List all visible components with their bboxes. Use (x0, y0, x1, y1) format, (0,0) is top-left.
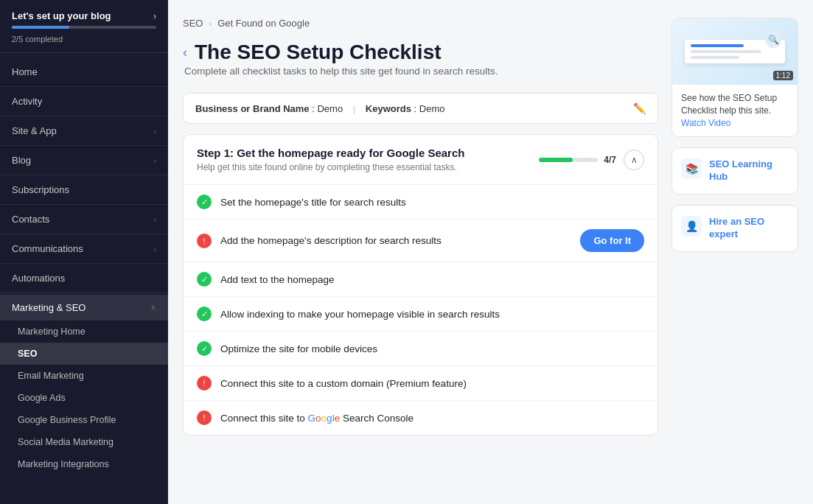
main-content: SEO › Get Found on Google ‹ The SEO Setu… (168, 0, 813, 504)
task-item-5: ✓ Optimize the site for mobile devices (184, 332, 657, 366)
error-icon-3: ! (197, 410, 212, 425)
task-item-2: ! Add the homepage's description for sea… (184, 220, 657, 262)
search-icon: 🔍 (765, 32, 781, 48)
nav-divider-5 (0, 204, 168, 205)
task-label-3: Add text to the homepage (220, 274, 335, 285)
collapse-button[interactable]: ∧ (624, 150, 644, 170)
person-icon: 👤 (681, 216, 702, 237)
sidebar-item-automations[interactable]: Automations (0, 265, 168, 291)
task-left-3: ✓ Add text to the homepage (197, 272, 335, 287)
keywords-value: Demo (419, 103, 445, 114)
task-left-4: ✓ Allow indexing to make your homepage v… (197, 307, 500, 321)
back-arrow-icon[interactable]: ‹ (183, 45, 187, 60)
nav-divider-4 (0, 175, 168, 175)
nav-divider-8 (0, 293, 168, 293)
success-icon-4: ✓ (197, 341, 212, 356)
sidebar-item-marketing-home[interactable]: Marketing Home (0, 321, 168, 343)
info-bar-content: Business or Brand Name : Demo | Keywords… (195, 103, 444, 114)
sidebar-item-subscriptions[interactable]: Subscriptions (0, 177, 168, 203)
sidebar-item-contacts[interactable]: Contacts › (0, 206, 168, 232)
step-description: Help get this site found online by compl… (197, 162, 464, 172)
video-thumbnail: 🔍 1:12 (672, 18, 798, 85)
task-label-5: Optimize the site for mobile devices (220, 343, 377, 354)
mockup-line-3 (691, 56, 739, 59)
sidebar-item-activity[interactable]: Activity (0, 88, 168, 114)
setup-chevron-icon: › (153, 11, 156, 21)
sidebar-item-communications[interactable]: Communications › (0, 236, 168, 262)
sidebar-item-email-marketing[interactable]: Email Marketing (0, 365, 168, 387)
mockup-line-1 (691, 44, 744, 47)
hire-seo-expert-card[interactable]: 👤 Hire an SEO expert (671, 205, 798, 252)
task-item-3: ✓ Add text to the homepage (184, 262, 657, 297)
sidebar-item-home[interactable]: Home (0, 59, 168, 85)
step-title: Step 1: Get the homepage ready for Googl… (197, 147, 464, 159)
nav-list: Home Activity Site & App › Blog › Subscr… (0, 53, 168, 504)
hire-seo-expert-label: Hire an SEO expert (709, 216, 789, 241)
step-card: Step 1: Get the homepage ready for Googl… (183, 134, 658, 435)
progress-bar-fill (12, 26, 69, 29)
setup-block[interactable]: Let's set up your blog › 2/5 completed (0, 0, 168, 53)
video-duration: 1:12 (773, 71, 793, 80)
business-label: Business or Brand Name (195, 103, 310, 114)
nav-divider-6 (0, 234, 168, 234)
task-left: ✓ Set the homepage's title for search re… (197, 195, 406, 209)
sidebar-item-marketing-seo[interactable]: Marketing & SEO ∧ (0, 295, 168, 321)
sidebar: Let's set up your blog › 2/5 completed H… (0, 0, 168, 504)
center-panel: SEO › Get Found on Google ‹ The SEO Setu… (183, 18, 658, 489)
chevron-icon-4: › (153, 245, 156, 253)
seo-learning-hub-label: SEO Learning Hub (709, 158, 789, 183)
video-body-text: See how the SEO Setup Checklist help thi… (681, 93, 777, 116)
book-icon: 📚 (681, 158, 702, 179)
sidebar-item-google-business-profile[interactable]: Google Business Profile (0, 409, 168, 431)
sidebar-item-blog[interactable]: Blog › (0, 147, 168, 173)
task-label-2: Add the homepage's description for searc… (220, 235, 442, 246)
edit-icon[interactable]: ✏️ (633, 102, 646, 114)
video-card[interactable]: 🔍 1:12 See how the SEO Setup Checklist h… (671, 18, 798, 137)
success-icon-3: ✓ (197, 307, 212, 321)
task-label-4: Allow indexing to make your homepage vis… (220, 309, 500, 320)
step-header-left: Step 1: Get the homepage ready for Googl… (197, 147, 464, 172)
step-progress-count: 4/7 (604, 155, 616, 165)
task-left-2: ! Add the homepage's description for sea… (197, 234, 442, 248)
task-left-7: ! Connect this site to Google Search Con… (197, 410, 414, 425)
content-area: SEO › Get Found on Google ‹ The SEO Setu… (168, 0, 813, 504)
sidebar-item-google-ads[interactable]: Google Ads (0, 387, 168, 409)
nav-divider (0, 86, 168, 87)
task-label: Set the homepage's title for search resu… (220, 197, 406, 208)
breadcrumb-parent: SEO (183, 18, 203, 29)
chevron-icon-3: › (153, 215, 156, 224)
watch-video-link[interactable]: Watch Video (681, 118, 730, 128)
page-title-row: ‹ The SEO Setup Checklist (183, 41, 658, 64)
task-item-4: ✓ Allow indexing to make your homepage v… (184, 297, 657, 332)
right-panel: 🔍 1:12 See how the SEO Setup Checklist h… (671, 18, 798, 489)
seo-learning-hub-card[interactable]: 📚 SEO Learning Hub (671, 147, 798, 195)
keywords-colon: : (414, 103, 419, 114)
setup-title-label: Let's set up your blog (12, 10, 111, 21)
nav-divider-2 (0, 116, 168, 116)
video-card-body: See how the SEO Setup Checklist help thi… (672, 85, 798, 136)
nav-divider-3 (0, 145, 168, 146)
success-icon: ✓ (197, 195, 212, 209)
sidebar-item-site-app[interactable]: Site & App › (0, 118, 168, 144)
step-progress-fill (539, 158, 573, 162)
sidebar-item-social-media-marketing[interactable]: Social Media Marketing (0, 431, 168, 453)
setup-title-row: Let's set up your blog › (12, 10, 156, 21)
page-title-section: ‹ The SEO Setup Checklist Complete all c… (183, 41, 658, 83)
success-icon-2: ✓ (197, 272, 212, 287)
mockup-line-2 (691, 50, 761, 53)
page-subtitle: Complete all checklist tasks to help thi… (184, 66, 658, 77)
info-bar: Business or Brand Name : Demo | Keywords… (183, 93, 658, 124)
nav-divider-7 (0, 263, 168, 264)
breadcrumb: SEO › Get Found on Google (183, 18, 658, 29)
sidebar-item-marketing-integrations[interactable]: Marketing Integrations (0, 453, 168, 475)
task-label-7: Connect this site to Google Search Conso… (220, 413, 414, 424)
error-icon: ! (197, 234, 212, 248)
go-for-it-button[interactable]: Go for It (580, 229, 644, 252)
progress-bar-bg (12, 26, 156, 29)
step-progress: 4/7 (539, 155, 616, 165)
task-item-7: ! Connect this site to Google Search Con… (184, 401, 657, 435)
breadcrumb-separator-icon: › (209, 19, 212, 28)
sidebar-item-seo[interactable]: SEO (0, 343, 168, 365)
breadcrumb-current: Get Found on Google (217, 18, 310, 29)
chevron-icon: › (153, 127, 156, 136)
